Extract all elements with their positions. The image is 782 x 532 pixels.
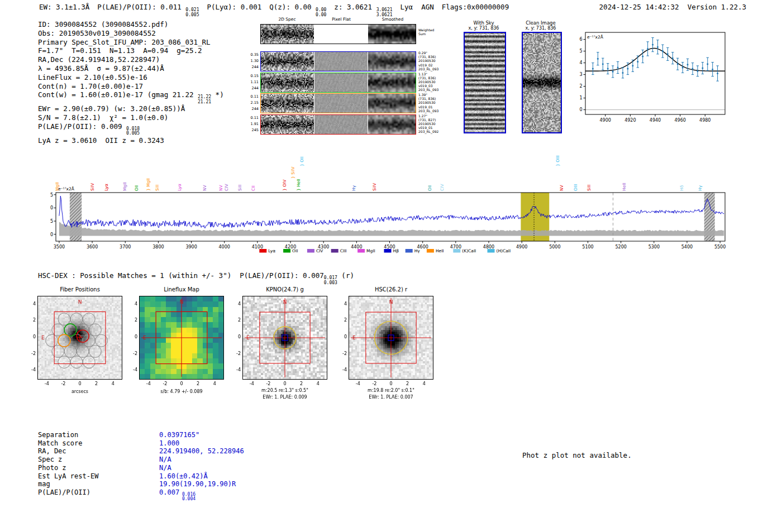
match-table-row: Photo zN/A — [38, 464, 244, 472]
panel-x-tick: 4 — [107, 381, 118, 386]
fiber-cutout-row — [260, 73, 416, 93]
emission-line-label: SiIV — [90, 183, 95, 191]
emission-line-label: OII — [135, 185, 139, 191]
info-line: ID: 3090084552 (3090084552.pdf) — [38, 20, 224, 29]
cutout-strip-canvas — [261, 25, 314, 44]
emission-line-label: Lyα — [104, 184, 109, 191]
svg-text:Lyα: Lyα — [268, 248, 275, 253]
emission-line-label: SiII — [587, 185, 592, 191]
emission-line-label: OII — [428, 185, 432, 191]
svg-text:3800: 3800 — [152, 245, 164, 250]
panel-y-tick: 4 — [23, 301, 36, 306]
info-line: Obs: 20190530v019_3090084552 — [38, 29, 224, 38]
svg-text:4800: 4800 — [483, 245, 494, 250]
kpno-cutout-panel: NE — [242, 296, 327, 380]
hsc-dex-summary: HSC-DEX : Possible Matches = 1 (within +… — [38, 271, 354, 285]
svg-text:3900: 3900 — [185, 245, 197, 250]
svg-text:E: E — [41, 335, 45, 341]
svg-text:2: 2 — [579, 84, 582, 89]
match-table-row: RA, Dec224.919400, 52.228946 — [38, 447, 244, 456]
cutout-strip-canvas — [261, 73, 314, 92]
svg-text:4400: 4400 — [351, 245, 362, 250]
fiber-cutout-row — [260, 114, 416, 135]
svg-text:0: 0 — [579, 107, 582, 112]
hsc-panel-title: HSC(26.2) r — [349, 286, 433, 293]
fiber-cutout-row — [260, 93, 416, 113]
match-table-row: Est LyA rest-EW1.60(±0.42)Å — [38, 472, 244, 481]
panel-x-tick: 0 — [74, 381, 85, 386]
svg-text:4980: 4980 — [699, 118, 711, 123]
svg-text:HeII: HeII — [436, 248, 444, 253]
svg-text:e⁻¹⁷x2Å: e⁻¹⁷x2Å — [58, 186, 75, 191]
lineflux-caption: s/b: 4.79 +/- 0.089 — [140, 389, 223, 394]
panel-y-tick: -4 — [23, 367, 36, 372]
svg-text:4: 4 — [579, 60, 582, 65]
svg-text:CIV: CIV — [316, 248, 323, 253]
info-line: RA,Dec (224.919418,52.228947) — [38, 55, 224, 64]
fiber-positions-panel: NE — [37, 296, 122, 380]
svg-text:OII: OII — [292, 248, 298, 253]
emission-line-label: CII — [251, 185, 256, 191]
info-block: ID: 3090084552 (3090084552.pdf)Obs: 2019… — [38, 20, 224, 145]
cutout-row-annotation: 1.39"(731, 836)20190530v019_01203_RL_093 — [418, 93, 438, 113]
panel-x-tick: 2 — [296, 381, 307, 386]
panel-x-tick: 2 — [402, 381, 413, 386]
qz-uncertainty: 0.000.00 — [316, 8, 326, 17]
panel-x-tick: -4 — [143, 381, 154, 386]
svg-text:4940: 4940 — [650, 118, 661, 123]
cutout-row-weights: 0.351.30244 — [244, 52, 259, 70]
panel-x-tick: -2 — [369, 381, 380, 386]
svg-text:E: E — [143, 335, 146, 341]
info-line: S/N = 7.8(±2.1) χ² = 1.0(±0.0) — [38, 113, 224, 122]
cutout-strip-canvas — [314, 73, 368, 92]
svg-text:7.5: 7.5 — [50, 193, 53, 198]
info-line: Cont(n) = 1.70(±0.00)e-17 — [38, 82, 224, 91]
emission-line-label: SiII — [155, 185, 160, 191]
svg-text:5000: 5000 — [549, 245, 560, 250]
info-line: LineFlux = 2.10(±0.55)e-16 — [38, 73, 224, 82]
cutout-row-weights: 0.151.11244 — [244, 73, 259, 92]
kpno-caption-1: m:20.5 re:1.3" s:0.5" — [243, 388, 327, 393]
panel-x-tick: -4 — [246, 381, 258, 386]
svg-text:3: 3 — [579, 72, 582, 77]
panel-y-tick: -4 — [228, 367, 241, 372]
fiber-xlabel: arcsecs — [38, 389, 122, 394]
kpno-panel-title: KPNO(24.7) g — [243, 286, 327, 293]
svg-text:CIII: CIII — [340, 248, 347, 253]
lineflux-panel-title: Lineflux Map — [140, 286, 223, 293]
photz-note: Phot z plot not available. — [522, 451, 632, 459]
svg-text:MgII: MgII — [366, 248, 375, 253]
weighted-flat-blank — [314, 25, 368, 44]
svg-text:6: 6 — [579, 37, 582, 42]
panel-y-tick: 4 — [125, 301, 137, 306]
panel-x-tick: 0 — [385, 381, 397, 386]
panel-x-tick: -4 — [41, 381, 53, 386]
svg-text:4960: 4960 — [674, 118, 685, 123]
svg-text:4700: 4700 — [450, 245, 461, 250]
kpno-caption-2: EWr: 1. PLAE: 0.009 — [243, 395, 327, 400]
panel-y-tick: -4 — [125, 367, 137, 372]
fiber-panel-title: Fiber Positions — [38, 286, 122, 293]
cutout-strip-canvas — [314, 115, 368, 134]
panel-y-tick: 0 — [335, 334, 347, 339]
column-header-smoothed: Smoothed — [369, 17, 417, 22]
panel-y-tick: -4 — [335, 367, 347, 372]
svg-text:N: N — [283, 299, 287, 305]
cutout-row-weights: 0.111.91245 — [244, 115, 259, 133]
lineflux-map-panel: NE — [139, 296, 224, 380]
svg-text:Hγ: Hγ — [414, 248, 421, 253]
svg-text:4900: 4900 — [600, 118, 611, 123]
svg-text:4000: 4000 — [219, 245, 230, 250]
panel-x-tick: -2 — [159, 381, 170, 386]
panel-x-tick: 0 — [176, 381, 187, 386]
header-ew: EW: 3.1±1.3Å — [39, 3, 89, 17]
with-sky-xy: x, y: 731, 836 — [458, 26, 509, 31]
emission-line-label: } SiIV — [291, 167, 295, 179]
svg-text:5: 5 — [579, 49, 582, 54]
header-qz: Q(z): 0.00 0.000.00 — [269, 3, 326, 17]
match-table: Separation0.0397165"Match score1.000RA, … — [38, 431, 244, 502]
emission-line-label: } MgII — [146, 178, 151, 191]
emission-line-label: MgII — [123, 182, 127, 191]
cutout-row-annotation: 1.13"(731, 836)20190530v019_03203_RL_093 — [418, 72, 438, 92]
fiber-positions-overlay: NE — [38, 296, 122, 379]
